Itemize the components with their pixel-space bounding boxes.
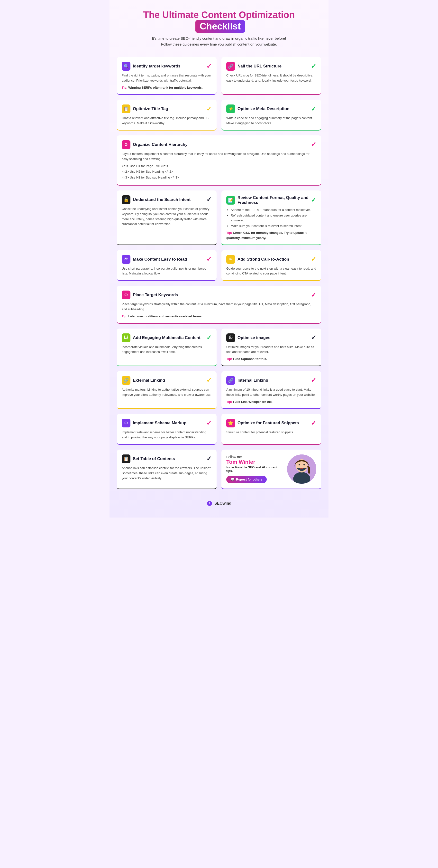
bullet-item-1: Adhere to the E-E-A-T standards for a co… (231, 208, 316, 212)
list-icon: 📋 (122, 104, 130, 113)
checkmark: ✓ (206, 376, 212, 384)
card-text: Incorporate visuals and multimedia. Anyt… (122, 345, 212, 355)
schema-icon: ⚙ (122, 418, 130, 427)
checkmark: ✓ (311, 334, 316, 341)
checkmark: ✓ (311, 196, 316, 204)
card-title: Understand the Search Intent (133, 197, 191, 202)
toc-icon: 📋 (122, 455, 130, 463)
checkmark: ✓ (311, 376, 316, 384)
card-text: Check URL slug for SEO-friendliness. It … (226, 73, 316, 83)
star-icon: ⭐ (226, 418, 235, 427)
card-cta: ✏ Add Strong Call-To-Action ✓ Guide your… (222, 250, 321, 281)
row-1: 🔍 Identify target keywords ✓ Find the ri… (117, 57, 321, 95)
row-9: ⚙ Implement Schema Markup ✓ Implement re… (117, 414, 321, 445)
card-body: Implement relevant schema for better con… (122, 430, 212, 440)
card-title: Nail the URL Structure (237, 64, 281, 69)
repost-icon: 💬 (231, 477, 235, 481)
checkmark: ✓ (311, 141, 316, 148)
card-title-row: 🔗 Internal Linking (226, 376, 268, 385)
row-10: 📋 Set Table of Contents ✓ Anchor links c… (117, 450, 321, 489)
card-text: Write a concise and engaging summary of … (226, 116, 316, 126)
row-8: 🔗 External Linking ✓ Authority matters. … (117, 371, 321, 409)
card-header: 🔍 Identify target keywords ✓ (122, 62, 212, 71)
card-schema: ⚙ Implement Schema Markup ✓ Implement re… (117, 414, 216, 445)
card-title: Make Content Easy to Read (133, 257, 187, 262)
card-text: Guide your users to the next step with a… (226, 266, 316, 276)
card-title: Identify target keywords (133, 64, 180, 69)
card-header: 📝 Review Content Format, Quality and Fre… (226, 195, 316, 205)
card-title: Optimize for Featured Snippets (237, 421, 299, 426)
card-text: Anchor links can establish context for t… (122, 466, 212, 481)
card-multimedia: 🖼 Add Engaging Multimedia Content ✓ Inco… (117, 329, 216, 366)
checkmark: ✓ (206, 334, 212, 341)
svg-point-5 (303, 464, 305, 465)
card-nail-url: 🔗 Nail the URL Structure ✓ Check URL slu… (222, 57, 321, 95)
card-title: Optimize Meta Description (237, 106, 289, 111)
code-line-2: <h2> Use H2 for Sub Heading </h2> (122, 169, 316, 175)
card-internal-linking: 🔗 Internal Linking ✓ A minimum of 10 inb… (222, 371, 321, 409)
card-review-content: 📝 Review Content Format, Quality and Fre… (222, 190, 321, 245)
pencil-icon: 📝 (226, 196, 235, 205)
footer-brand: S SEOwind (117, 497, 321, 510)
code-line-3: <h3> Use H3 for Sub sub Heading </h3> (122, 175, 316, 180)
tip-text: Winning SERPs often rank for multiple ke… (128, 86, 202, 89)
subtitle-line1: It's time to create SEO-friendly content… (117, 36, 321, 41)
card-header: 🔗 Nail the URL Structure ✓ (226, 62, 316, 71)
tip-label: Tip: (122, 314, 128, 318)
card-title: External Linking (133, 378, 165, 383)
internal-link-icon: 🔗 (226, 376, 235, 385)
tip: Tip: I use Link Whisper for this (226, 399, 316, 405)
card-body: Optimize images for your readers and bot… (226, 345, 316, 362)
card-body: Check the underlying user intent behind … (122, 207, 212, 227)
bullet-item-3: Make sure your content is relevant to se… (231, 224, 316, 228)
card-title-row: 🔍 Identify target keywords (122, 62, 180, 71)
card-identify-keywords: 🔍 Identify target keywords ✓ Find the ri… (117, 57, 216, 95)
card-title: Implement Schema Markup (133, 421, 187, 426)
gear2-icon: ⚙ (122, 290, 130, 299)
tip: Tip: I use Squoosh for this. (226, 356, 316, 362)
subtitle: It's time to create SEO-friendly content… (117, 36, 321, 47)
gear-icon: ⚙ (122, 140, 130, 149)
card-title-row: 🖼 Optimize images (226, 333, 270, 342)
card-easy-to-read: 👁 Make Content Easy to Read ✓ Use short … (117, 250, 216, 281)
card-header: 🖼 Add Engaging Multimedia Content ✓ (122, 333, 212, 342)
card-title: Optimize images (237, 335, 270, 340)
card-external-linking: 🔗 External Linking ✓ Authority matters. … (117, 371, 216, 409)
card-title-row: 👁 Make Content Easy to Read (122, 255, 187, 264)
subtitle-line2: Follow these guidelines every time you p… (117, 41, 321, 47)
card-header: 👁 Make Content Easy to Read ✓ (122, 255, 212, 264)
follow-content: Follow me Tom Winter for actionable SEO … (226, 455, 283, 483)
card-header: 🔗 External Linking ✓ (122, 376, 212, 385)
card-title-row: ⭐ Optimize for Featured Snippets (226, 418, 299, 427)
card-text: A minimum of 10 inbound links is a good … (226, 387, 316, 398)
checkmark: ✓ (206, 255, 212, 263)
card-title: Optimize Title Tag (133, 106, 168, 111)
brand-logo-icon: S (207, 500, 212, 506)
card-organize-content: ⚙ Organize Content Hierarchy ✓ Layout ma… (117, 135, 321, 186)
checkmark: ✓ (206, 105, 212, 113)
card-title-row: ⚙ Implement Schema Markup (122, 418, 187, 427)
card-body: Adhere to the E-E-A-T standards for a co… (226, 208, 316, 241)
tip-text: I use Link Whisper for this (233, 400, 273, 404)
card-title: Review Content Format, Quality and Fresh… (237, 195, 311, 205)
card-text: Optimize images for your readers and bot… (226, 345, 316, 355)
card-title-row: 🔗 External Linking (122, 376, 165, 385)
tip-label: Tip: (226, 231, 232, 235)
card-text: Authority matters. Linking to authoritat… (122, 387, 212, 398)
page-wrapper: The Ultimate Content Optimization Checkl… (109, 0, 329, 518)
image2-icon: 🖼 (226, 333, 235, 342)
card-optimize-images: 🖼 Optimize images ✓ Optimize images for … (222, 329, 321, 366)
checkmark: ✓ (311, 291, 316, 299)
card-optimize-meta: ⚡ Optimize Meta Description ✓ Write a co… (222, 100, 321, 130)
card-header: ⚡ Optimize Meta Description ✓ (226, 104, 316, 113)
follow-card: Follow me Tom Winter for actionable SEO … (222, 450, 321, 489)
card-title-row: ✏ Add Strong Call-To-Action (226, 255, 289, 264)
repost-button[interactable]: 💬 Repost for others (226, 476, 267, 483)
card-title-row: 🖼 Add Engaging Multimedia Content (122, 333, 201, 342)
checkmark: ✓ (311, 105, 316, 113)
tip-text: Check GSC for monthly changes. Try to up… (226, 231, 307, 240)
card-title-row: ⚙ Place Target Keywords (122, 290, 178, 299)
eye-icon: 👁 (122, 255, 130, 264)
card-text: Layout matters. Implement a content hier… (122, 152, 316, 162)
card-body: Anchor links can establish context for t… (122, 466, 212, 481)
